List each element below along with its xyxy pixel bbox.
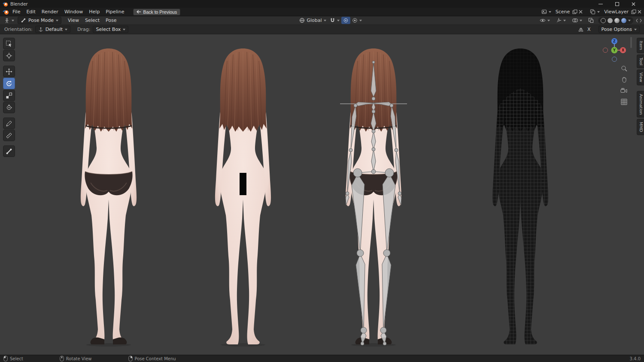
navigation-gizmo[interactable]: Z X Y bbox=[601, 37, 627, 63]
transform-orientation-selector[interactable]: Global bbox=[298, 17, 328, 24]
menu-pipeline[interactable]: Pipeline bbox=[103, 8, 127, 16]
gizmo-icon bbox=[556, 18, 562, 23]
close-icon bbox=[638, 10, 641, 14]
hint-select: Select bbox=[3, 356, 23, 362]
titlebar: Blender bbox=[0, 0, 644, 8]
version-label: 3.4.0 bbox=[630, 356, 641, 361]
tool-annotate[interactable] bbox=[3, 118, 15, 129]
camera-icon bbox=[620, 88, 627, 94]
duplicate-icon bbox=[572, 9, 577, 15]
scale-icon bbox=[6, 92, 12, 99]
orientation-dropdown[interactable]: Default bbox=[35, 26, 70, 33]
svg-text:Y: Y bbox=[613, 48, 616, 52]
pan-button[interactable] bbox=[620, 75, 628, 83]
character-back-armature[interactable] bbox=[331, 47, 416, 347]
tab-tool[interactable]: Tool bbox=[637, 54, 644, 68]
menu-file[interactable]: File bbox=[9, 8, 23, 16]
axis-neg-x-handle[interactable] bbox=[603, 48, 608, 53]
chevron-down-icon bbox=[549, 11, 551, 13]
menu-edit[interactable]: Edit bbox=[23, 8, 38, 16]
viewlayer-new-button[interactable] bbox=[631, 9, 636, 15]
tool-rotate[interactable] bbox=[3, 78, 15, 89]
move-icon bbox=[6, 68, 12, 75]
maximize-button[interactable] bbox=[609, 0, 625, 8]
shading-rendered-button[interactable] bbox=[621, 18, 626, 23]
show-object-types-dropdown[interactable] bbox=[538, 17, 552, 24]
tool-pose-breakdowner[interactable] bbox=[3, 145, 15, 157]
editor-expand-icon[interactable] bbox=[636, 18, 642, 23]
snap-enabled-toggle[interactable] bbox=[341, 17, 350, 24]
axis-neg-z-handle[interactable] bbox=[612, 57, 617, 62]
mirror-x-toggle[interactable]: X bbox=[587, 27, 591, 32]
transform-icon bbox=[6, 104, 12, 111]
chevron-down-icon bbox=[65, 29, 67, 30]
chevron-down-icon bbox=[359, 20, 362, 21]
scene-name[interactable]: Scene bbox=[554, 9, 571, 15]
shading-wireframe-button[interactable] bbox=[601, 18, 606, 23]
mirror-icon[interactable] bbox=[578, 27, 584, 32]
back-arrow-icon bbox=[137, 10, 141, 14]
chevron-down-icon bbox=[324, 20, 326, 21]
character-back-clothed[interactable] bbox=[66, 47, 152, 347]
viewlayer-browse-button[interactable] bbox=[588, 8, 601, 15]
hint-rotate-view: Rotate View bbox=[60, 356, 92, 362]
scene-new-button[interactable] bbox=[572, 9, 577, 15]
tab-item[interactable]: Item bbox=[637, 38, 644, 53]
viewport-header: Pose Mode View Select Pose Global bbox=[0, 16, 644, 25]
character-back-censored[interactable] bbox=[200, 47, 286, 347]
chevron-down-icon bbox=[597, 11, 600, 13]
proportional-editing-icon bbox=[352, 18, 358, 23]
blender-logo-icon bbox=[3, 1, 8, 7]
scene-browse-button[interactable] bbox=[540, 8, 553, 15]
drag-dropdown[interactable]: Select Box bbox=[93, 26, 128, 33]
tab-mmd[interactable]: MMD bbox=[637, 119, 644, 135]
mode-selector[interactable]: Pose Mode bbox=[18, 17, 61, 24]
select-box-icon bbox=[6, 40, 12, 47]
menu-help[interactable]: Help bbox=[86, 8, 103, 16]
snap-toggle[interactable] bbox=[328, 17, 341, 24]
perspective-toggle-button[interactable] bbox=[620, 98, 628, 106]
pose-options-dropdown[interactable]: Pose Options bbox=[598, 26, 640, 33]
shading-solid-button[interactable] bbox=[608, 18, 613, 23]
shading-mode-group bbox=[598, 17, 633, 24]
tool-cursor[interactable] bbox=[3, 50, 15, 61]
tool-scale[interactable] bbox=[3, 90, 15, 101]
magnet-icon bbox=[330, 18, 335, 23]
chevron-down-icon bbox=[123, 29, 125, 30]
close-button[interactable] bbox=[625, 0, 641, 8]
blender-logo-icon[interactable] bbox=[3, 9, 9, 15]
menu-window[interactable]: Window bbox=[61, 8, 86, 16]
tool-measure[interactable] bbox=[3, 130, 15, 141]
tool-select-box[interactable] bbox=[3, 38, 15, 49]
scene-unlink-button[interactable] bbox=[579, 10, 583, 14]
tool-transform[interactable] bbox=[3, 102, 15, 113]
viewlayer-icon bbox=[590, 9, 595, 15]
shading-material-button[interactable] bbox=[614, 18, 620, 23]
viewport-3d[interactable]: Z X Y bbox=[0, 34, 644, 355]
hint-pose-context-menu: Pose Context Menu bbox=[128, 356, 176, 362]
drag-label: Drag: bbox=[77, 27, 90, 32]
tab-view[interactable]: View bbox=[637, 69, 644, 85]
viewport-scrollbar[interactable] bbox=[630, 37, 632, 48]
tool-settings-bar: Orientation: Default Drag: Select Box X … bbox=[0, 25, 644, 34]
overlays-dropdown[interactable] bbox=[570, 17, 584, 24]
viewlayer-remove-button[interactable] bbox=[638, 10, 641, 14]
proportional-editing-toggle[interactable] bbox=[350, 17, 364, 24]
viewlayer-name[interactable]: ViewLayer bbox=[603, 9, 630, 15]
viewport-nav-controls bbox=[620, 64, 628, 106]
menu-pose[interactable]: Pose bbox=[103, 16, 119, 25]
menu-view[interactable]: View bbox=[65, 16, 82, 25]
menu-select[interactable]: Select bbox=[82, 16, 103, 25]
editor-type-button[interactable] bbox=[2, 17, 16, 24]
tab-animation[interactable]: Animation bbox=[637, 91, 644, 118]
tool-move[interactable] bbox=[3, 66, 15, 77]
character-back-wireframe[interactable] bbox=[477, 47, 563, 347]
back-to-previous-button[interactable]: Back to Previous bbox=[133, 9, 180, 15]
camera-view-button[interactable] bbox=[620, 87, 628, 94]
menu-render[interactable]: Render bbox=[39, 8, 61, 16]
gizmos-dropdown[interactable] bbox=[554, 17, 568, 24]
minimize-button[interactable] bbox=[592, 0, 609, 8]
zoom-button[interactable] bbox=[620, 64, 628, 72]
xray-toggle[interactable] bbox=[586, 17, 595, 24]
axis-icon bbox=[38, 27, 43, 32]
